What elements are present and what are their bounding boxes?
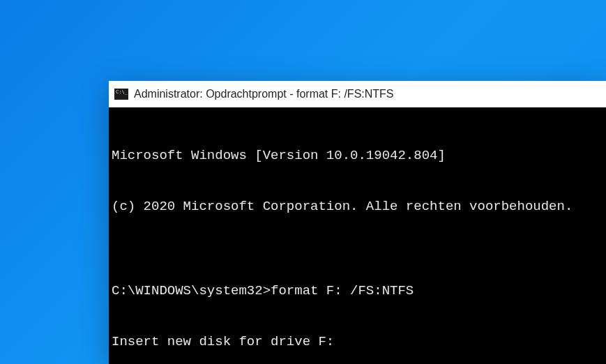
window-title: Administrator: Opdrachtprompt - format F… bbox=[134, 88, 394, 100]
terminal-line: C:\WINDOWS\system32>format F: /FS:NTFS bbox=[112, 282, 603, 299]
titlebar[interactable]: Administrator: Opdrachtprompt - format F… bbox=[109, 81, 606, 107]
terminal-line: Microsoft Windows [Version 10.0.19042.80… bbox=[112, 147, 603, 164]
terminal-output[interactable]: Microsoft Windows [Version 10.0.19042.80… bbox=[109, 107, 606, 364]
terminal-line: (c) 2020 Microsoft Corporation. Alle rec… bbox=[112, 198, 603, 215]
cmd-icon bbox=[114, 89, 128, 100]
terminal-line: Insert new disk for drive F: bbox=[112, 333, 603, 350]
command-prompt-window: Administrator: Opdrachtprompt - format F… bbox=[109, 81, 606, 364]
